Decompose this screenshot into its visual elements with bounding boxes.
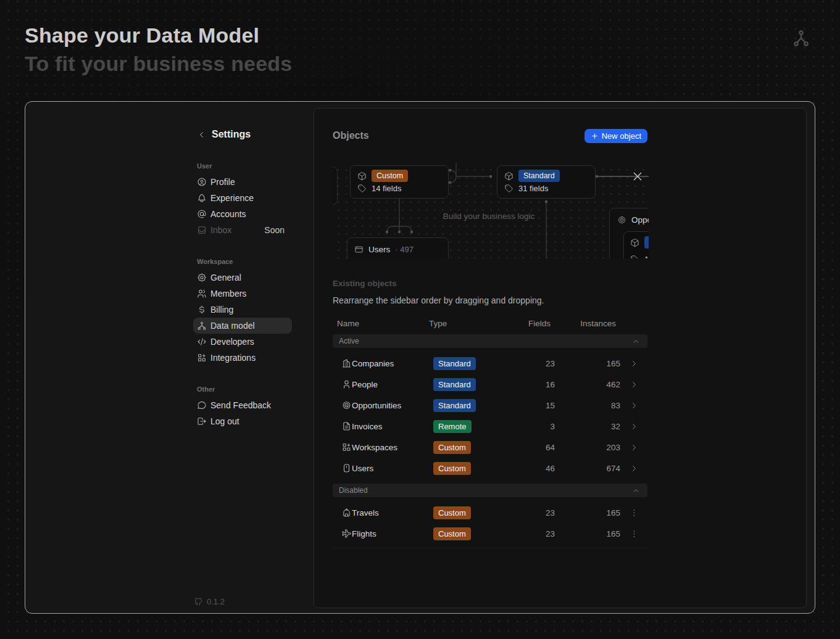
- object-type-badge: Standard: [518, 170, 560, 182]
- object-name: Companies: [352, 359, 433, 368]
- at-icon: [197, 209, 207, 219]
- object-instances-count: 165: [555, 508, 620, 517]
- sidebar-section-workspace: WorkspaceGeneralMembersBillingData model…: [193, 257, 292, 366]
- sidebar-item-general[interactable]: General: [193, 270, 292, 286]
- sidebar-item-accounts[interactable]: Accounts: [193, 206, 292, 222]
- mouse-icon: [341, 463, 352, 473]
- existing-objects-section: Existing objects Rearrange the sidebar o…: [333, 279, 647, 548]
- new-object-button[interactable]: New object: [584, 129, 647, 143]
- chevron-right-icon[interactable]: [620, 380, 647, 389]
- object-fields-count: 16: [518, 380, 555, 389]
- object-name: Workspaces: [352, 443, 433, 452]
- dollar-icon: [197, 305, 207, 315]
- sidebar-item-label: Profile: [210, 177, 235, 187]
- object-name: Opportunities: [352, 401, 433, 410]
- cube-icon: [357, 171, 367, 181]
- column-header-type: Type: [429, 319, 514, 328]
- chevron-right-icon[interactable]: [620, 401, 647, 410]
- diagram-node-opportunities: Opportunities Standard 12 fields: [609, 208, 649, 258]
- sidebar-section-label: Workspace: [193, 257, 292, 266]
- sidebar-title: Settings: [212, 129, 251, 140]
- group-label: Active: [339, 337, 359, 345]
- sidebar-item-members[interactable]: Members: [193, 286, 292, 302]
- fields-count-label: 12 fields: [644, 255, 649, 259]
- diagram-node-standard: Standard 31 fields: [497, 165, 596, 199]
- group-header-disabled[interactable]: Disabled: [333, 484, 647, 497]
- object-name: Users: [352, 464, 433, 473]
- object-fields-count: 23: [518, 529, 555, 538]
- object-type-badge: Remote: [433, 420, 472, 433]
- dots-vertical-icon[interactable]: [620, 508, 647, 517]
- apps-icon: [341, 442, 352, 452]
- chevron-up-icon[interactable]: [632, 487, 640, 495]
- sidebar-item-developers[interactable]: Developers: [193, 334, 292, 350]
- chevron-right-icon[interactable]: [620, 359, 647, 368]
- sidebar-item-send-feedback[interactable]: Send Feedback: [193, 397, 292, 413]
- plus-icon: [591, 132, 599, 140]
- user-circle-icon: [197, 177, 207, 187]
- settings-back-button[interactable]: Settings: [193, 126, 292, 142]
- bell-icon: [197, 193, 207, 203]
- apps-icon: [197, 353, 207, 363]
- logout-icon: [197, 416, 207, 426]
- hierarchy-icon: [197, 321, 207, 331]
- object-instances-count: 165: [555, 529, 620, 538]
- sidebar-section-user: UserProfileExperienceAccountsInboxSoon: [193, 161, 292, 238]
- fields-count-label: 31 fields: [518, 184, 548, 193]
- object-row-invoices[interactable]: InvoicesRemote332: [333, 416, 647, 437]
- column-header-name: Name: [333, 319, 429, 328]
- object-type-badge: Custom: [372, 170, 408, 182]
- chevron-right-icon[interactable]: [620, 443, 647, 452]
- object-type-badge: Standard: [433, 378, 476, 391]
- object-instances-count: 83: [555, 401, 620, 410]
- node-detail-card: Standard 12 fields: [623, 231, 649, 258]
- object-row-people[interactable]: PeopleStandard16462: [333, 374, 647, 395]
- sidebar-item-profile[interactable]: Profile: [193, 174, 292, 190]
- users-icon: [197, 289, 207, 299]
- sidebar-item-log-out[interactable]: Log out: [193, 413, 292, 429]
- object-row-travels[interactable]: TravelsCustom23165: [333, 502, 647, 523]
- new-object-label: New object: [602, 131, 641, 141]
- app-version[interactable]: 0.1.2: [193, 597, 225, 606]
- group-label: Disabled: [339, 486, 368, 495]
- diagram-node-users: Users · 497: [347, 237, 449, 258]
- section-subtitle: Rearrange the sidebar order by dragging …: [333, 295, 647, 307]
- tag-icon: [357, 184, 367, 193]
- sidebar-item-experience[interactable]: Experience: [193, 190, 292, 206]
- chevron-left-icon: [197, 130, 206, 139]
- object-name: People: [352, 380, 433, 389]
- chevron-right-icon[interactable]: [620, 422, 647, 431]
- page-background: Shape your Data Model To fit your busine…: [0, 0, 840, 639]
- target-icon: [341, 400, 352, 410]
- cube-icon: [630, 238, 639, 247]
- dots-vertical-icon[interactable]: [620, 529, 647, 538]
- column-header-instances: Instances: [551, 319, 616, 328]
- object-name: Invoices: [352, 422, 433, 431]
- sidebar-item-integrations[interactable]: Integrations: [193, 350, 292, 366]
- user-icon: [341, 379, 352, 389]
- sidebar-item-data-model[interactable]: Data model: [193, 318, 292, 334]
- object-fields-count: 3: [518, 422, 555, 431]
- object-row-workspaces[interactable]: WorkspacesCustom64203: [333, 437, 647, 458]
- object-row-flights[interactable]: FlightsCustom23165: [333, 523, 647, 544]
- data-model-icon: [791, 28, 811, 48]
- settings-window: Settings UserProfileExperienceAccountsIn…: [25, 101, 815, 614]
- object-fields-count: 23: [518, 508, 555, 517]
- chevron-up-icon[interactable]: [632, 337, 640, 345]
- object-row-opportunities[interactable]: OpportunitiesStandard1583: [333, 395, 647, 416]
- sidebar-item-label: Developers: [210, 337, 254, 347]
- objects-panel: Objects New object: [314, 108, 807, 608]
- sidebar-item-billing[interactable]: Billing: [193, 302, 292, 318]
- sidebar-item-label: Inbox: [210, 225, 231, 235]
- object-row-companies[interactable]: CompaniesStandard23165: [333, 353, 647, 374]
- sidebar-item-label: Billing: [210, 305, 233, 315]
- sidebar-item-label: Send Feedback: [210, 400, 271, 410]
- diagram-node-custom: Custom 14 fields: [350, 165, 449, 199]
- object-fields-count: 46: [518, 464, 555, 473]
- chevron-right-icon[interactable]: [620, 464, 647, 473]
- group-header-active[interactable]: Active: [333, 334, 647, 348]
- object-type-badge: Custom: [433, 506, 471, 519]
- sidebar-item-label: Data model: [210, 321, 255, 331]
- sidebar-item-inbox[interactable]: InboxSoon: [193, 222, 292, 238]
- object-row-users[interactable]: UsersCustom46674: [333, 458, 647, 479]
